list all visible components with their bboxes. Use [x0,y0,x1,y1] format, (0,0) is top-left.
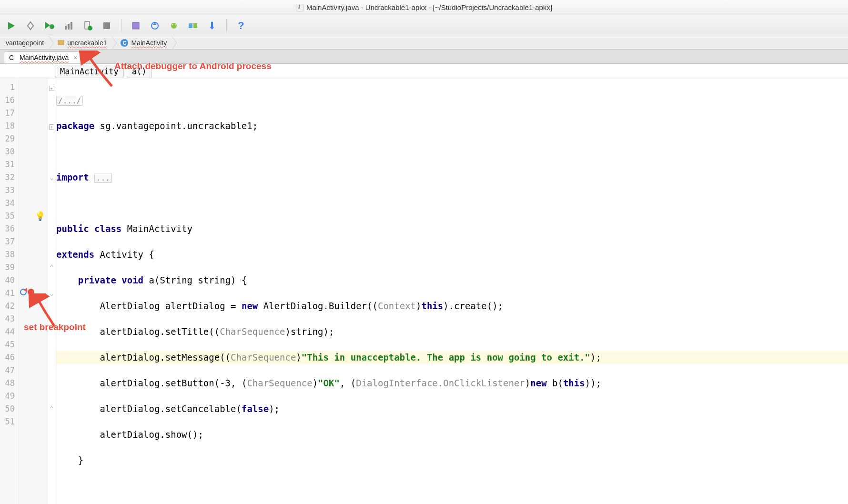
download-button[interactable] [206,20,218,31]
fold-toggle[interactable]: ⌃ [48,261,56,274]
fold-toggle[interactable]: ⌄ [48,287,56,300]
editor-tab-bar: C MainActivity.java × [0,50,848,64]
svg-rect-5 [68,24,70,30]
svg-marker-1 [28,22,33,30]
gutter-line-numbers[interactable]: 1 16 17 18 29 30 31 32 33 34 35 36 37 38… [0,79,19,504]
line-number: 35 [0,210,15,222]
svg-rect-17 [193,23,197,28]
line-number: 44 [0,325,15,338]
line-number: 34 [0,197,15,210]
toolbar-separator [121,19,121,32]
intention-bulb-icon[interactable]: 💡 [19,210,47,222]
svg-rect-18 [211,22,213,27]
line-number: 32 [0,171,15,184]
gutter-fold[interactable]: + + ⌄ ⌃ ⌄ ⌃ [48,79,56,504]
line-number: 16 [0,94,15,107]
line-number: 45 [0,338,15,351]
line-number: 1 [0,81,15,94]
breakpoint-marker[interactable] [19,287,47,300]
line-number: 41 [0,287,15,300]
line-number: 46 [0,351,15,364]
svg-point-3 [50,24,54,29]
fold-toggle[interactable]: ⌃ [48,403,56,415]
help-button[interactable]: ? [235,20,247,31]
fold-toggle[interactable]: ⌄ [48,171,56,184]
code-editor[interactable]: 1 16 17 18 29 30 31 32 33 34 35 36 37 38… [0,79,848,504]
avd-manager-button[interactable] [168,20,180,31]
folded-region[interactable]: ... [94,173,112,183]
window-titlebar: MainActivity.java - Uncrackable1-apkx - … [0,0,848,15]
breadcrumb-bar: vantagepoint uncrackable1 C MainActivity [0,36,848,50]
folder-icon [58,40,64,45]
run-button[interactable] [6,20,17,31]
svg-rect-6 [71,22,72,30]
line-number: 38 [0,248,15,261]
line-number: 48 [0,377,15,390]
class-icon: C [121,39,128,47]
breadcrumb-label: uncrackable1 [67,39,107,47]
svg-rect-4 [65,26,67,30]
line-number: 31 [0,158,15,171]
line-number: 36 [0,222,15,235]
sync-button[interactable] [149,20,161,31]
svg-marker-0 [8,22,15,30]
class-icon: C [9,54,17,61]
line-number: 51 [0,415,15,428]
debug-button[interactable] [44,20,55,31]
line-number: 39 [0,261,15,274]
breadcrumb-item-uncrackable1[interactable]: uncrackable1 [49,36,112,49]
toolbar-separator [226,19,227,32]
folded-region[interactable]: /.../ [56,96,83,106]
layout-editor-button[interactable] [130,20,141,31]
breadcrumb-item-mainactivity[interactable]: C MainActivity [112,36,172,49]
svg-point-8 [88,26,92,30]
editor-tab-mainactivity[interactable]: C MainActivity.java × [4,51,82,63]
svg-point-13 [171,23,177,29]
breadcrumb-label: MainActivity [131,39,167,47]
svg-marker-2 [45,22,50,29]
main-toolbar: ? [0,15,848,36]
java-file-icon [296,4,303,11]
nav-chip-method[interactable]: a() [127,65,152,78]
breadcrumb-item-vantagepoint[interactable]: vantagepoint [0,36,49,49]
line-number: 18 [0,120,15,132]
line-number: 47 [0,364,15,377]
line-number: 37 [0,235,15,248]
apply-changes-button[interactable] [25,20,36,31]
close-tab-button[interactable]: × [73,54,77,61]
svg-marker-19 [210,27,214,30]
svg-point-14 [172,24,173,25]
line-number: 33 [0,184,15,197]
line-number: 50 [0,403,15,415]
code-content[interactable]: /.../ package sg.vantagepoint.uncrackabl… [56,79,848,504]
nav-chip-class[interactable]: MainActivity [55,65,124,78]
tab-label: MainActivity.java [20,54,69,61]
svg-point-15 [175,24,176,25]
line-number: 17 [0,107,15,120]
stop-button[interactable] [101,20,112,31]
line-number: 42 [0,300,15,312]
profile-button[interactable] [63,20,74,31]
line-number: 30 [0,145,15,158]
line-number: 49 [0,390,15,403]
gutter-icons[interactable]: 💡 [19,79,48,504]
structure-nav-bar: MainActivity a() [0,64,848,79]
attach-debugger-button[interactable] [82,20,93,31]
svg-rect-10 [132,22,139,29]
sdk-manager-button[interactable] [187,20,199,31]
svg-rect-16 [189,23,192,28]
line-number: 29 [0,132,15,145]
line-number: 43 [0,312,15,325]
breadcrumb-label: vantagepoint [6,39,44,47]
line-number: 40 [0,274,15,287]
window-title: MainActivity.java - Uncrackable1-apkx - … [306,3,552,11]
svg-rect-9 [103,22,110,29]
fold-toggle[interactable]: + [48,120,56,132]
fold-toggle[interactable]: + [48,81,56,94]
